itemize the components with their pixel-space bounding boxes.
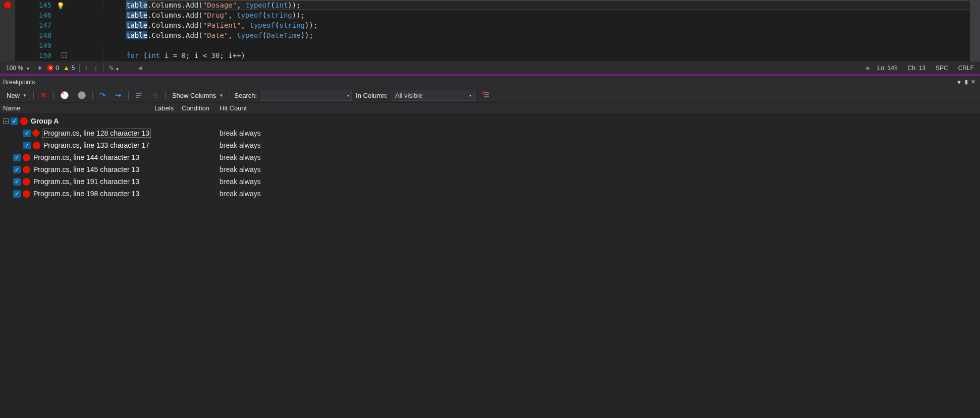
breakpoint-row[interactable]: ✓ Program.cs, line 198 character 13 brea…	[0, 188, 980, 200]
breakpoint-name: Program.cs, line 144 character 13	[33, 153, 139, 161]
export-arrow-icon: ↪	[115, 91, 122, 100]
delete-breakpoint-button[interactable]: ✕	[38, 89, 49, 101]
code-line[interactable]: table.Columns.Add("Drug", typeof(string)…	[126, 10, 980, 20]
checkbox-checked-icon[interactable]: ✓	[13, 178, 21, 186]
col-labels[interactable]: Labels	[151, 103, 179, 113]
divider	[165, 91, 166, 99]
breakpoint-glyph-icon[interactable]	[4, 2, 11, 9]
code-line[interactable]: for (int i = 0; i < 30; i++)	[126, 50, 980, 61]
line-ending[interactable]: CRLF	[955, 65, 977, 72]
code-line[interactable]: table.Columns.Add("Date", typeof(DateTim…	[126, 30, 980, 40]
breakpoint-name: Program.cs, line 198 character 13	[33, 190, 139, 198]
checkbox-checked-icon[interactable]: ✓	[13, 166, 21, 173]
pin-icon[interactable]: ▮	[963, 79, 969, 85]
breakpoint-row[interactable]: ✓ Program.cs, line 128 character 13 brea…	[0, 127, 980, 139]
divider	[79, 64, 80, 72]
breakpoint-circle-icon	[23, 154, 30, 161]
hit-count: break always	[220, 153, 280, 161]
health-icon[interactable]: ✦	[37, 64, 43, 72]
breakpoint-row[interactable]: ✓ Program.cs, line 191 character 13 brea…	[0, 175, 980, 188]
breakpoint-row[interactable]: ✓ Program.cs, line 144 character 13 brea…	[0, 151, 980, 163]
breakpoints-panel-title[interactable]: Breakpoints ▼ ▮ ✕	[0, 76, 980, 88]
vertical-scrollbar[interactable]	[970, 0, 980, 62]
delete-all-button[interactable]: ✕	[58, 90, 71, 101]
warning-count[interactable]: ▲5	[63, 64, 75, 72]
code-line[interactable]	[126, 40, 980, 50]
go-to-disassembly-button[interactable]	[149, 90, 161, 100]
fold-minus-icon[interactable]: −	[62, 52, 67, 58]
col-name[interactable]: Name	[0, 103, 151, 113]
breakpoint-name: Program.cs, line 191 character 13	[33, 177, 139, 186]
caret-down-icon: ▼	[219, 93, 223, 98]
brush-icon[interactable]: ✎▼	[107, 64, 121, 72]
indent-mode[interactable]: SPC	[933, 65, 951, 72]
checkbox-checked-icon[interactable]: ✓	[23, 130, 31, 137]
breakpoints-grid: Name Labels Condition Hit Count − ✓ Grou…	[0, 103, 980, 418]
line-number-gutter: 145 💡 146 147 148 149 150	[15, 0, 56, 62]
search-label: Search:	[234, 92, 257, 99]
caret-line[interactable]: Ln: 145	[875, 65, 901, 72]
code-editor[interactable]: 145 💡 146 147 148 149 150 − table.Column…	[0, 0, 980, 62]
show-columns-button[interactable]: Show Columns▼	[170, 90, 226, 101]
breakpoint-group-row[interactable]: − ✓ Group A	[0, 115, 980, 127]
error-count[interactable]: ✕0	[47, 65, 59, 72]
checkbox-checked-icon[interactable]: ✓	[13, 190, 21, 198]
goto-disassembly-icon	[151, 92, 158, 99]
divider	[128, 91, 129, 99]
clear-search-button[interactable]	[479, 90, 492, 101]
export-button[interactable]: ↪	[113, 89, 124, 101]
new-breakpoint-button[interactable]: New▼	[4, 90, 29, 101]
code-line[interactable]: table.Columns.Add("Patient", typeof(stri…	[126, 20, 980, 30]
breakpoint-circle-icon	[20, 117, 28, 125]
breakpoint-name: Program.cs, line 133 character 17	[43, 141, 149, 149]
scroll-right-icon[interactable]: ▶	[866, 65, 870, 71]
breakpoint-circle-icon	[23, 178, 30, 186]
delete-icon: ✕	[40, 91, 47, 100]
checkbox-checked-icon[interactable]: ✓	[11, 117, 18, 125]
in-column-select[interactable]: All visible▾	[392, 90, 475, 101]
hit-count: break always	[220, 141, 280, 149]
col-hitcount[interactable]: Hit Count	[216, 103, 277, 113]
toggle-all-button[interactable]	[75, 90, 88, 101]
editor-status-bar: 100 % ▼ ✦ ✕0 ▲5 ↑ ↓ ✎▼ ◀ ▶ Ln: 145 Ch: 1…	[0, 62, 980, 74]
close-icon[interactable]: ✕	[969, 79, 977, 85]
checkbox-checked-icon[interactable]: ✓	[13, 154, 21, 161]
import-arrow-icon: ↷	[99, 91, 106, 100]
warning-icon: ▲	[63, 64, 70, 72]
go-to-source-button[interactable]	[133, 90, 145, 100]
breakpoints-header-row: Name Labels Condition Hit Count	[0, 103, 980, 114]
col-condition[interactable]: Condition	[179, 103, 216, 113]
line-number: 149	[39, 41, 51, 49]
divider	[33, 91, 34, 99]
line-number: 150	[39, 51, 51, 59]
breakpoint-margin[interactable]	[0, 0, 15, 62]
scroll-left-icon[interactable]: ◀	[138, 65, 142, 71]
caret-down-icon: ▾	[469, 93, 471, 98]
caret-char[interactable]: Ch: 13	[905, 65, 929, 72]
breakpoint-circle-icon	[33, 142, 40, 149]
hit-count: break always	[220, 190, 280, 198]
window-dropdown-icon[interactable]: ▼	[955, 79, 963, 85]
caret-down-icon: ▾	[347, 93, 349, 98]
divider	[103, 64, 103, 72]
line-number: 147	[39, 21, 51, 29]
panel-title-text: Breakpoints	[3, 79, 35, 86]
code-text-area[interactable]: − table.Columns.Add("Dosage", typeof(int…	[56, 0, 980, 62]
breakpoint-row[interactable]: ✓ Program.cs, line 133 character 17 brea…	[0, 139, 980, 151]
in-column-label: In Column:	[356, 92, 388, 99]
search-input[interactable]: ▾	[261, 90, 352, 101]
checkbox-checked-icon[interactable]: ✓	[23, 142, 31, 149]
breakpoint-circle-icon	[23, 190, 30, 198]
import-button[interactable]: ↷	[97, 89, 108, 101]
code-line[interactable]: table.Columns.Add("Dosage", typeof(int))…	[126, 0, 980, 10]
arrow-down-icon[interactable]: ↓	[93, 64, 99, 72]
zoom-level[interactable]: 100 % ▼	[3, 65, 33, 72]
breakpoint-name: Program.cs, line 128 character 13	[42, 129, 151, 138]
breakpoint-name: Program.cs, line 145 character 13	[33, 165, 139, 173]
collapse-icon[interactable]: −	[3, 118, 9, 124]
breakpoint-row[interactable]: ✓ Program.cs, line 145 character 13 brea…	[0, 163, 980, 175]
clear-search-icon	[481, 91, 489, 99]
grip-icon	[39, 81, 951, 84]
group-label: Group A	[31, 117, 59, 125]
arrow-up-icon[interactable]: ↑	[84, 64, 89, 72]
